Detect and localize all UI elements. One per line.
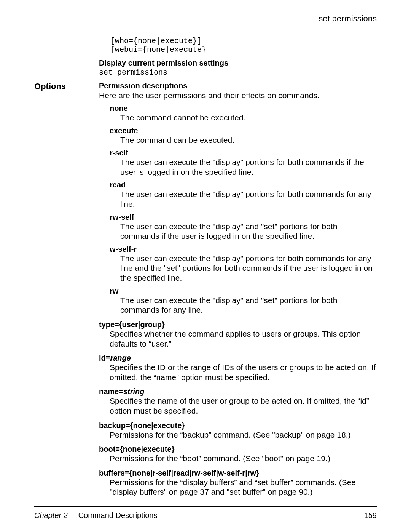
param-term-prefix: boot=: [99, 445, 120, 453]
param-term-list: type={user|group} Specifies whether the …: [99, 320, 377, 497]
param-term: backup={none|execute}: [99, 421, 377, 430]
param-desc: Specifies the ID or the range of IDs of …: [110, 363, 377, 382]
perm-term: rw-self: [110, 213, 377, 222]
options-area: Options Permission descriptions Here are…: [34, 81, 377, 497]
param-term: id=range: [99, 354, 377, 363]
perm-desc: The command cannot be executed.: [120, 113, 377, 123]
perm-term: r-self: [110, 149, 377, 157]
param-term-suffix: {none|execute}: [120, 445, 174, 453]
options-label: Options: [34, 81, 99, 91]
param-term-suffix: string: [123, 387, 145, 396]
running-header: set permissions: [34, 14, 377, 24]
page: set permissions [who={none|execute}] [we…: [0, 0, 411, 532]
param-desc: Specifies the name of the user or group …: [110, 396, 377, 415]
param-term: buffers={none|r-self|read|rw-self|w-self…: [99, 469, 377, 478]
syntax-code: [who={none|execute}] [webui={none|execut…: [110, 37, 377, 54]
perm-term: none: [110, 104, 377, 113]
display-heading: Display current permission settings: [99, 59, 377, 67]
perm-term: read: [110, 181, 377, 189]
footer-page-number: 159: [364, 511, 377, 520]
display-command: set permissions: [99, 68, 377, 77]
param-desc: Permissions for the “backup” command. (S…: [110, 430, 377, 440]
param-term-prefix: backup=: [99, 421, 130, 430]
left-column-options: Options: [34, 81, 99, 497]
perm-desc: The user can execute the "display" porti…: [120, 189, 377, 209]
param-term-prefix: name=: [99, 387, 123, 396]
param-term-suffix: {user|group}: [119, 320, 165, 329]
footer-rule: [34, 506, 377, 507]
param-term: name=string: [99, 387, 377, 396]
param-term-prefix: id=: [99, 354, 110, 362]
perm-desc: The user can execute the "display" porti…: [120, 254, 377, 283]
body-area: [who={none|execute}] [webui={none|execut…: [34, 37, 377, 81]
left-column: [34, 37, 99, 81]
perm-desc-intro: Here are the user permissions and their …: [99, 91, 377, 100]
param-term-suffix: {none|r-self|read|rw-self|w-self-r|rw}: [129, 469, 259, 477]
param-term-prefix: buffers=: [99, 469, 129, 477]
param-term-prefix: type=: [99, 320, 119, 329]
param-desc: Permissions for the “boot” command. (See…: [110, 454, 377, 463]
perm-desc: The user can execute the "display" porti…: [120, 157, 377, 177]
right-column-options: Permission descriptions Here are the use…: [99, 81, 377, 497]
footer-left: Chapter 2 Command Descriptions: [34, 511, 158, 520]
perm-term: w-self-r: [110, 245, 377, 254]
param-term: type={user|group}: [99, 320, 377, 329]
footer-chapter: Chapter 2: [34, 511, 68, 519]
perm-term: execute: [110, 126, 377, 135]
perm-desc: The user can execute the "display" and "…: [120, 222, 377, 241]
footer-section: Command Descriptions: [78, 511, 158, 519]
permission-term-list: none The command cannot be executed. exe…: [110, 104, 377, 315]
param-desc: Specifies whether the command applies to…: [110, 329, 377, 348]
perm-desc-heading: Permission descriptions: [99, 81, 377, 90]
perm-term: rw: [110, 287, 377, 296]
param-term-suffix: range: [110, 354, 131, 362]
perm-desc: The user can execute the "display" and "…: [120, 296, 377, 315]
param-term-suffix: {none|execute}: [130, 421, 185, 430]
param-term: boot={none|execute}: [99, 445, 377, 454]
perm-desc: The command can be executed.: [120, 135, 377, 145]
param-desc: Permissions for the “display buffers” an…: [110, 478, 377, 497]
right-column-top: [who={none|execute}] [webui={none|execut…: [99, 37, 377, 81]
page-footer: Chapter 2 Command Descriptions 159: [34, 511, 377, 520]
